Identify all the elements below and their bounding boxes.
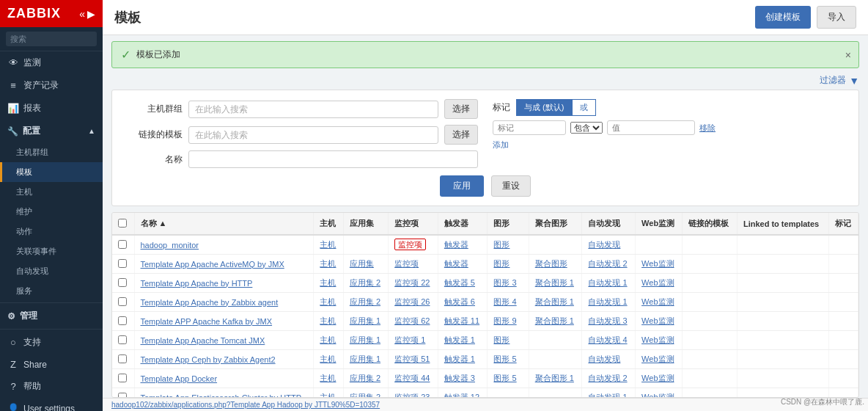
triggers-link[interactable]: 触发器 [444, 259, 468, 268]
template-name-link[interactable]: Template App Apache by Zabbix agent [141, 298, 279, 307]
triggers-link[interactable]: 触发器 11 [444, 316, 479, 325]
discovery-link[interactable]: 自动发现 [588, 240, 620, 249]
apps-link[interactable]: 应用集 1 [350, 335, 380, 344]
host-group-select-button[interactable]: 选择 [444, 99, 478, 119]
triggers-link[interactable]: 触发器 1 [444, 354, 475, 363]
tag-operator-select[interactable]: 包含 等于 [570, 122, 603, 134]
template-name-link[interactable]: Template App Apache ActiveMQ by JMX [141, 260, 284, 269]
web-link[interactable]: Web监测 [641, 374, 674, 382]
web-link[interactable]: Web监测 [641, 354, 674, 363]
discovery-link[interactable]: 自动发现 2 [588, 259, 627, 268]
web-link[interactable]: Web监测 [641, 259, 674, 268]
discovery-link[interactable]: 自动发现 1 [588, 393, 627, 398]
import-button[interactable]: 导入 [817, 6, 856, 29]
row-select-checkbox[interactable] [118, 335, 127, 344]
host-link[interactable]: 主机 [320, 354, 336, 363]
host-link[interactable]: 主机 [320, 259, 336, 268]
graphs-link[interactable]: 图形 3 [493, 278, 516, 287]
items-cell[interactable]: 监控项 62 [394, 316, 430, 325]
reset-button[interactable]: 重设 [491, 175, 531, 197]
screens-link[interactable]: 聚合图形 1 [535, 374, 574, 382]
sidebar-item-share[interactable]: Z Share [0, 354, 103, 375]
template-name-link[interactable]: Template App Ceph by Zabbix Agent2 [141, 355, 276, 364]
th-graphs[interactable]: 图形 [488, 213, 529, 235]
sidebar-item-help[interactable]: ? 帮助 [0, 375, 103, 398]
sidebar-item-maintenance[interactable]: 维护 [0, 202, 103, 222]
template-name-link[interactable]: Template App Docker [141, 374, 218, 383]
row-select-checkbox[interactable] [118, 278, 127, 287]
graphs-link[interactable]: 图形 5 [493, 374, 516, 382]
screens-link[interactable]: 聚合图形 1 [535, 278, 574, 287]
triggers-link[interactable]: 触发器 [444, 240, 468, 249]
web-link[interactable]: Web监测 [641, 278, 674, 287]
triggers-link[interactable]: 触发器 3 [444, 374, 475, 382]
graphs-link[interactable]: 图形 [493, 259, 510, 268]
sidebar-item-hosts[interactable]: 主机 [0, 182, 103, 202]
sidebar-item-actions[interactable]: 动作 [0, 222, 103, 241]
template-name-link[interactable]: hadoop_monitor [141, 241, 199, 250]
sidebar-item-related[interactable]: 关联项事件 [0, 241, 103, 261]
sidebar-config-header[interactable]: 🔧 配置 ▲ [0, 120, 103, 142]
apps-link[interactable]: 应用集 [350, 259, 374, 268]
graphs-link[interactable]: 图形 [493, 335, 510, 344]
name-input[interactable] [188, 150, 478, 168]
screens-link[interactable]: 聚合图形 1 [535, 297, 574, 306]
triggers-link[interactable]: 触发器 6 [444, 297, 475, 306]
row-select-checkbox[interactable] [118, 374, 127, 382]
row-select-checkbox[interactable] [118, 240, 127, 249]
tag-add-button[interactable]: 添加 [493, 140, 509, 149]
row-select-checkbox[interactable] [118, 259, 127, 268]
th-apps[interactable]: 应用集 [343, 213, 388, 235]
th-linked[interactable]: 链接的模板 [683, 213, 738, 235]
items-cell[interactable]: 监控项 44 [394, 374, 430, 382]
triggers-link[interactable]: 触发器 5 [444, 278, 475, 287]
screens-link[interactable]: 聚合图形 1 [535, 316, 574, 325]
tag-or-button[interactable]: 或 [572, 99, 596, 116]
discovery-link[interactable]: 自动发现 3 [588, 316, 627, 325]
sidebar-item-auto-discovery[interactable]: 自动发现 [0, 261, 103, 281]
items-cell[interactable]: 监控项 1 [394, 335, 425, 344]
linked-template-select-button[interactable]: 选择 [444, 125, 478, 145]
sidebar-item-reports[interactable]: 📊 报表 [0, 97, 103, 120]
sidebar-item-support[interactable]: ○ 支持 [0, 331, 103, 354]
host-link[interactable]: 主机 [320, 335, 336, 344]
apps-link[interactable]: 应用集 1 [350, 316, 380, 325]
items-cell[interactable]: 监控项 23 [394, 393, 430, 398]
apps-link[interactable]: 应用集 2 [350, 393, 380, 398]
screens-link[interactable]: 聚合图形 [535, 259, 567, 268]
host-link[interactable]: 主机 [320, 374, 336, 382]
web-link[interactable]: Web监测 [641, 316, 674, 325]
th-web[interactable]: Web监测 [636, 213, 683, 235]
apps-link[interactable]: 应用集 2 [350, 278, 380, 287]
sidebar-item-templates[interactable]: 模板 [0, 162, 103, 182]
th-screens[interactable]: 聚合图形 [529, 213, 582, 235]
host-link[interactable]: 主机 [320, 278, 336, 287]
row-select-checkbox[interactable] [118, 354, 127, 363]
template-name-link[interactable]: Template App Apache Tomcat JMX [141, 336, 265, 345]
web-link[interactable]: Web监测 [641, 335, 674, 344]
discovery-link[interactable]: 自动发现 [588, 354, 620, 363]
create-template-button[interactable]: 创建模板 [755, 6, 811, 29]
tag-remove-button[interactable]: 移除 [699, 123, 716, 134]
th-discovery[interactable]: 自动发现 [582, 213, 636, 235]
tag-and-button[interactable]: 与成 (默认) [516, 99, 572, 116]
items-cell[interactable]: 监控项 [394, 259, 419, 268]
triggers-link[interactable]: 触发器 12 [444, 393, 479, 398]
th-name[interactable]: 名称 ▲ [134, 213, 314, 235]
collapse-icon[interactable]: « [79, 8, 85, 20]
sidebar-item-services[interactable]: 服务 [0, 281, 103, 301]
discovery-link[interactable]: 自动发现 1 [588, 297, 627, 306]
host-link[interactable]: 主机 [320, 316, 336, 325]
filter-label[interactable]: 过滤器 [820, 74, 846, 87]
row-select-checkbox[interactable] [118, 297, 127, 306]
host-link[interactable]: 主机 [320, 240, 336, 249]
tag-value-input[interactable] [607, 120, 695, 135]
web-link[interactable]: Web监测 [641, 297, 674, 306]
items-cell[interactable]: 监控项 22 [394, 278, 430, 287]
th-tags[interactable]: 标记 [828, 213, 858, 235]
graphs-link[interactable]: 图形 5 [493, 354, 516, 363]
th-triggers[interactable]: 触发器 [438, 213, 488, 235]
sidebar-admin-header[interactable]: ⚙ 管理 [0, 305, 103, 327]
expand-icon[interactable]: ▶ [87, 8, 95, 20]
th-linked2[interactable]: Linked to templates [737, 213, 828, 235]
